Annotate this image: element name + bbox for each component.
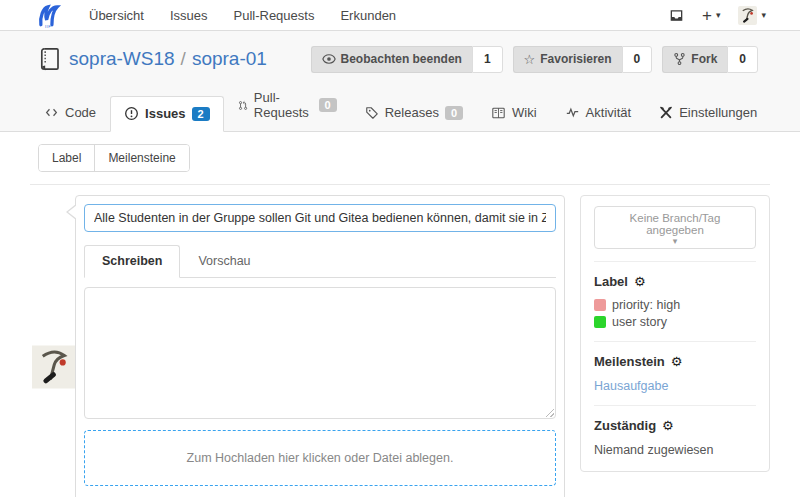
book-icon [491,106,506,120]
tab-issues-label: Issues [145,106,185,121]
code-icon [44,106,59,119]
tab-schreiben[interactable]: Schreiben [84,245,180,278]
gear-icon[interactable]: ⚙ [634,274,646,289]
issue-sidebar: Keine Branch/Tag angegeben ▾ Label ⚙ pri… [580,195,770,472]
avatar [738,6,757,25]
top-navbar: IIF Übersicht Issues Pull-Requests Erkun… [0,0,800,31]
navbar-right: + ▾ ▾ [669,6,766,25]
gear-icon[interactable]: ⚙ [662,418,674,433]
tools-icon [659,106,673,120]
repo-titlebar: sopra-WS18/sopra-01 Beobachten beenden 1… [0,40,800,78]
nav-item-issues[interactable]: Issues [157,8,221,23]
label-item: user story [594,315,756,329]
author-avatar-column [30,195,75,497]
releases-count-badge: 0 [445,106,463,120]
repo-tab-bar: Code Issues 2 Pull-Requests 0 [0,80,800,131]
editor-tab-bar: Schreiben Vorschau [84,245,556,278]
file-dropzone[interactable]: Zum Hochladen hier klicken oder Datei ab… [84,430,556,486]
selected-labels: priority: high user story [594,298,756,329]
tab-pull-requests[interactable]: Pull-Requests 0 [224,80,351,131]
repo-actions: Beobachten beenden 1 ☆ Favorisieren 0 [311,46,758,73]
unwatch-button[interactable]: Beobachten beenden 1 [311,46,503,73]
new-issue-form: Schreiben Vorschau Zum Hochladen hier kl… [30,195,770,497]
milestone-link[interactable]: Hausaufgabe [594,379,756,393]
tab-wiki-label: Wiki [512,105,537,120]
milestone-heading-text: Meilenstein [594,354,665,369]
fork-label: Fork [691,52,717,66]
issue-body-textarea[interactable] [84,287,556,419]
plus-icon: + [702,7,712,24]
label-heading-text: Label [594,274,628,289]
label-name: priority: high [612,298,680,312]
milestone-section-heading: Meilenstein ⚙ [594,354,756,369]
issues-count-badge: 2 [192,107,210,121]
tab-code[interactable]: Code [30,95,110,131]
pull-request-icon [238,98,248,113]
nav-item-erkunden[interactable]: Erkunden [327,8,409,23]
star-button[interactable]: ☆ Favorisieren 0 [513,46,653,73]
pulse-icon [565,106,580,119]
issue-body-wrap [84,287,556,419]
inbox-icon [669,8,684,23]
gear-icon[interactable]: ⚙ [671,354,683,369]
fork-button[interactable]: Fork 0 [662,46,758,73]
label-button[interactable]: Label [39,145,94,171]
tab-aktivitaet-label: Aktivität [586,105,632,120]
tag-icon [365,106,379,120]
issue-icon [124,106,139,121]
label-milestone-button-group: Label Meilensteine [38,144,190,172]
dropzone-text: Zum Hochladen hier klicken oder Datei ab… [187,451,454,465]
new-menu-button[interactable]: + ▾ [702,7,720,24]
tab-einstellungen[interactable]: Einstellungen [645,95,771,131]
gitea-logo[interactable]: IIF [36,2,62,28]
label-section-heading: Label ⚙ [594,274,756,289]
branch-selector-label: Keine Branch/Tag angegeben [630,212,721,236]
sidebar-divider [594,405,756,406]
tab-code-label: Code [65,105,96,120]
breadcrumb: sopra-WS18/sopra-01 [69,48,267,70]
assignee-value: Niemand zugewiesen [594,443,756,457]
repo-book-icon [38,47,60,71]
watchers-count[interactable]: 1 [472,46,503,73]
assignee-section-heading: Zuständig ⚙ [594,418,756,433]
avatar [32,197,75,497]
label-name: user story [612,315,667,329]
repo-name-link[interactable]: sopra-01 [192,48,267,69]
tab-einstellungen-label: Einstellungen [679,105,757,120]
tab-issues[interactable]: Issues 2 [110,96,224,132]
assignee-heading-text: Zuständig [594,418,656,433]
section-divider [30,184,770,185]
nav-item-pull-requests[interactable]: Pull-Requests [221,8,328,23]
issue-title-input[interactable] [84,204,556,232]
issue-compose-card: Schreiben Vorschau Zum Hochladen hier kl… [75,195,565,497]
nav-item-uebersicht[interactable]: Übersicht [76,8,157,23]
user-menu-button[interactable]: ▾ [738,6,766,25]
tab-releases[interactable]: Releases 0 [351,95,477,131]
tab-aktivitaet[interactable]: Aktivität [551,95,646,131]
eye-icon [322,52,336,66]
notifications-button[interactable] [669,8,684,23]
chevron-down-icon: ▾ [761,10,766,20]
tab-vorschau[interactable]: Vorschau [180,245,268,277]
branch-selector-dropdown[interactable]: Keine Branch/Tag angegeben ▾ [594,206,756,249]
forks-count[interactable]: 0 [727,46,758,73]
label-color-swatch [594,316,606,328]
sidebar-divider [594,341,756,342]
star-icon: ☆ [524,52,536,67]
repo-header-section: sopra-WS18/sopra-01 Beobachten beenden 1… [0,31,800,132]
stars-count[interactable]: 0 [622,46,653,73]
tab-wiki[interactable]: Wiki [477,95,551,131]
label-color-swatch [594,299,606,311]
meilensteine-button[interactable]: Meilensteine [94,145,188,171]
fork-icon [673,52,686,66]
main-content: Label Meilensteine Schreiben Vorschau [0,144,800,497]
repo-owner-link[interactable]: sopra-WS18 [69,48,175,69]
chevron-down-icon: ▾ [716,10,721,20]
chevron-down-icon: ▾ [601,236,749,246]
sidebar-divider [594,261,756,262]
issue-subnav: Label Meilensteine [38,144,770,172]
tab-pull-requests-label: Pull-Requests [254,90,313,120]
tab-releases-label: Releases [385,105,439,120]
logo-subtext: IIF [45,24,51,29]
label-item: priority: high [594,298,756,312]
